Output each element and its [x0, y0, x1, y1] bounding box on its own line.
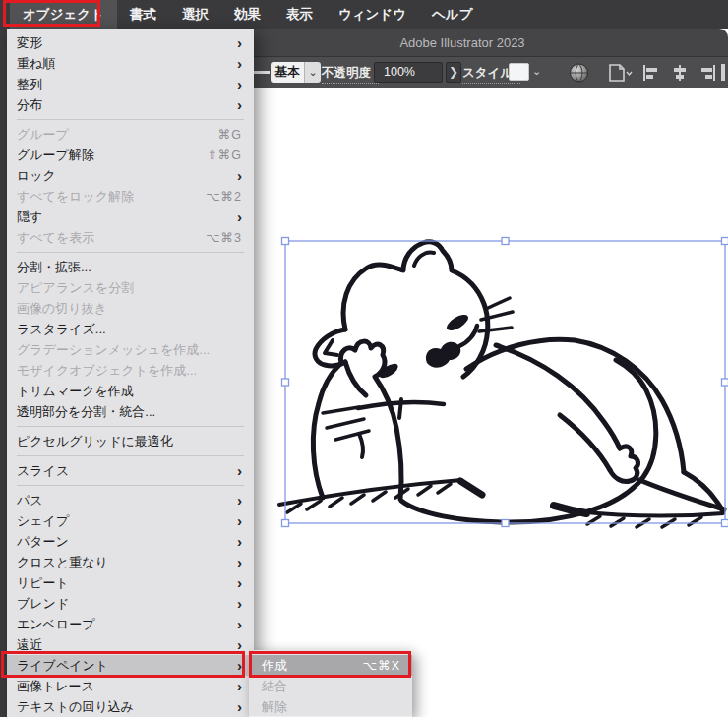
menu-item[interactable]: リピート› [7, 572, 254, 593]
menu-item: 解除 [249, 696, 412, 717]
menu-item: すべてを表示⌥⌘3 [7, 227, 254, 248]
opacity-input[interactable]: 100% [374, 62, 443, 83]
menu-item[interactable]: ラスタライズ... [7, 319, 254, 339]
menu-item[interactable]: ピクセルグリッドに最適化 [7, 431, 254, 451]
menu-item-label: ラスタライズ... [17, 321, 242, 338]
menu-item-label: パターン [17, 533, 237, 551]
menubar-item[interactable]: 選択 [169, 0, 221, 29]
menubar-item[interactable]: オブジェクト [10, 0, 117, 29]
submenu-arrow-icon: › [237, 513, 242, 528]
menu-separator [17, 252, 244, 253]
artboard[interactable] [197, 88, 728, 717]
menu-separator [17, 426, 244, 427]
menu-item[interactable]: パターン› [7, 531, 254, 552]
menu-item[interactable]: ライブペイント› [7, 655, 254, 676]
titlebar[interactable]: Adobe Illustrator 2023 [197, 29, 728, 57]
document-setup-icon[interactable] [605, 62, 633, 84]
chevron-down-icon[interactable]: ⌄ [304, 62, 321, 83]
menu-item[interactable]: シェイプ› [7, 510, 254, 531]
submenu-arrow-icon: › [237, 209, 242, 224]
menu-item-label: 整列 [17, 76, 237, 93]
menu-item[interactable]: 整列› [7, 74, 254, 94]
menu-item-label: 変形 [17, 34, 237, 52]
submenu-arrow-icon: › [237, 555, 242, 569]
menu-item[interactable]: スライス› [7, 460, 254, 481]
menu-item[interactable]: クロスと重なり› [7, 552, 254, 572]
object-menu: 変形›重ね順›整列›分布›グループ⌘Gグループ解除⇧⌘Gロック›すべてをロック解… [7, 29, 254, 717]
menu-item-label: 分布 [17, 96, 237, 114]
menubar-item[interactable]: ヘルプ [419, 0, 485, 29]
recolor-sphere-icon[interactable] [568, 62, 590, 84]
menu-item[interactable]: トリムマークを作成 [7, 381, 254, 401]
menu-item-label: クロスと重なり [17, 554, 237, 571]
menu-shortcut: ⇧⌘G [207, 148, 242, 162]
menu-item: すべてをロック解除⌥⌘2 [7, 186, 254, 207]
menu-item[interactable]: 透明部分を分割・統合... [7, 401, 254, 422]
menubar-item[interactable]: 効果 [221, 0, 273, 29]
window-title: Adobe Illustrator 2023 [399, 35, 524, 50]
menu-item[interactable]: 変形› [7, 32, 254, 53]
menu-item-label: すべてを表示 [17, 229, 206, 247]
menubar-item[interactable]: 表示 [273, 0, 326, 29]
opacity-expand-button[interactable]: ❯ [446, 62, 461, 83]
menu-item-label: 重ね順 [17, 55, 237, 73]
submenu-arrow-icon: › [237, 56, 242, 71]
style-swatch[interactable] [509, 63, 529, 81]
menu-item-label: ロック [17, 167, 237, 185]
menu-item[interactable]: エンベロープ› [7, 614, 254, 634]
menu-item[interactable]: テキストの回り込み› [7, 696, 254, 717]
submenu-arrow-icon: › [237, 575, 242, 590]
menu-item-label: ブレンド [17, 595, 237, 613]
submenu-arrow-icon: › [237, 596, 242, 611]
align-right-icon[interactable] [699, 62, 717, 84]
clipped-toolbar-icon [721, 64, 725, 81]
menu-item[interactable]: 分布› [7, 94, 254, 115]
menu-item[interactable]: 遠近› [7, 634, 254, 655]
illustrator-window: Adobe Illustrator 2023 基本 ⌄ 不透明度 : 100% … [197, 29, 728, 717]
menu-item-label: 隠す [17, 209, 237, 226]
menu-item-label: 遠近 [17, 636, 237, 654]
menu-item[interactable]: 分割・拡張... [7, 257, 254, 277]
submenu-arrow-icon: › [237, 463, 242, 478]
menubar-item[interactable]: ウィンドウ [326, 0, 419, 29]
align-left-icon[interactable] [641, 62, 659, 84]
align-center-icon[interactable] [671, 62, 689, 84]
menu-item[interactable]: 作成⌥⌘X [249, 655, 412, 676]
submenu-arrow-icon: › [237, 679, 242, 693]
menu-separator [17, 485, 244, 486]
submenu-arrow-icon: › [237, 534, 242, 549]
menu-item-label: 解除 [262, 698, 400, 716]
menu-item[interactable]: 重ね順› [7, 53, 254, 74]
menu-item: アピアランスを分割 [7, 277, 254, 298]
menu-item-label: トリムマークを作成 [17, 383, 242, 400]
menu-item-label: シェイプ [17, 512, 237, 530]
submenu-arrow-icon: › [237, 97, 242, 112]
chevron-down-icon[interactable]: ⌄ [532, 65, 541, 78]
menu-item-label: ライブペイント [17, 657, 237, 675]
menu-item[interactable]: 隠す› [7, 207, 254, 227]
menu-item-label: リピート [17, 574, 237, 592]
stroke-style-select[interactable]: 基本 [271, 62, 304, 83]
cat-drawing[interactable] [279, 242, 724, 527]
menu-shortcut: ⌥⌘X [363, 658, 400, 673]
selection-handle[interactable] [282, 238, 728, 527]
menu-item-label: アピアランスを分割 [17, 279, 242, 297]
menu-item-label: エンベロープ [17, 616, 237, 633]
menubar: オブジェクト書式選択効果表示ウィンドウヘルプ [0, 0, 728, 29]
menu-item[interactable]: ブレンド› [7, 593, 254, 614]
menu-item[interactable]: 画像トレース› [7, 676, 254, 696]
tools-panel-sliver [0, 29, 7, 717]
opacity-label[interactable]: 不透明度 : [322, 65, 379, 84]
menu-item: グループ⌘G [7, 124, 254, 145]
menubar-item[interactable]: 書式 [117, 0, 169, 29]
menu-item: モザイクオブジェクトを作成... [7, 360, 254, 381]
submenu-arrow-icon: › [237, 617, 242, 631]
submenu-arrow-icon: › [237, 493, 242, 508]
menu-item[interactable]: グループ解除⇧⌘G [7, 145, 254, 165]
cat-artwork[interactable] [254, 88, 728, 717]
menu-item-label: グループ解除 [17, 147, 207, 164]
menu-item[interactable]: ロック› [7, 165, 254, 186]
menu-item[interactable]: パス› [7, 490, 254, 510]
menu-item-label: 作成 [262, 657, 363, 675]
selection-bounding-box[interactable] [282, 238, 728, 527]
